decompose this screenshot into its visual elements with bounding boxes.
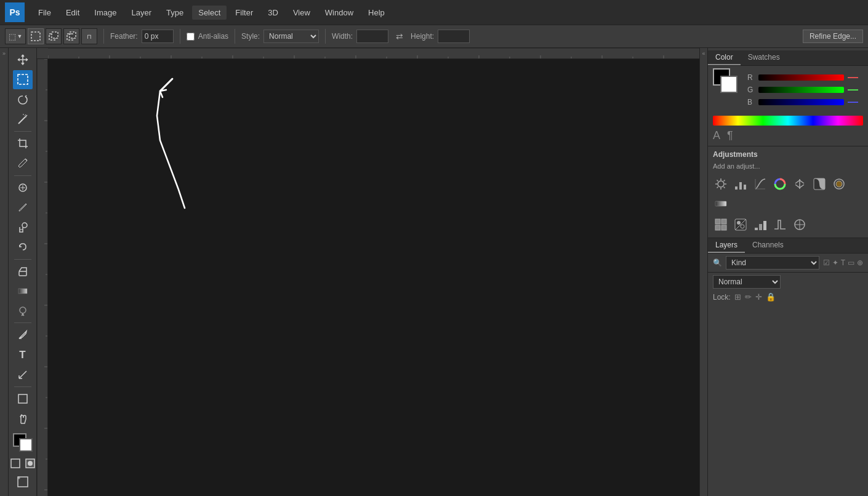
menu-select[interactable]: Select (192, 6, 227, 20)
tool-clone[interactable] (13, 218, 33, 236)
standard-mode-btn[interactable] (9, 457, 22, 470)
v-ruler (37, 59, 48, 496)
svg-rect-92 (755, 228, 758, 230)
layers-filter-row: 🔍 Kind ☑ ✦ T ▭ ⊕ (708, 254, 868, 273)
canvas-area[interactable] (37, 48, 699, 496)
color-panel: Color Swatches R — (708, 48, 868, 146)
filter-smart-btn[interactable]: ⊕ (857, 258, 863, 267)
tool-eraser[interactable] (13, 262, 33, 281)
svg-rect-76 (744, 185, 746, 190)
lock-all-btn[interactable]: 🔒 (766, 292, 776, 302)
b-slider[interactable] (758, 99, 844, 105)
tool-healing-brush[interactable] (13, 178, 33, 197)
subtract-selection-btn[interactable] (63, 28, 79, 44)
tool-crop[interactable] (13, 134, 33, 153)
fg-bg-color-box[interactable] (713, 68, 737, 93)
tool-move[interactable] (13, 50, 33, 69)
filter-shape-btn[interactable]: ▭ (848, 258, 854, 267)
tool-lasso[interactable] (13, 90, 33, 109)
adj-photo-filter[interactable] (831, 176, 847, 192)
tool-marquee[interactable] (13, 70, 33, 89)
adj-threshold[interactable] (772, 217, 788, 233)
adj-hue-sat[interactable] (772, 176, 788, 192)
color-spectrum[interactable] (713, 116, 863, 126)
svg-rect-4 (70, 32, 76, 38)
tool-path-select[interactable] (13, 366, 33, 384)
svg-line-11 (25, 114, 26, 116)
fg-bg-color-selector[interactable] (13, 433, 33, 452)
tab-swatches[interactable]: Swatches (741, 50, 787, 65)
new-selection-btn[interactable] (28, 28, 44, 44)
height-input[interactable] (438, 30, 470, 43)
right-collapse-arrow[interactable]: « (702, 50, 705, 57)
left-collapse-arrow[interactable]: » (2, 50, 6, 57)
tool-pen[interactable] (13, 326, 33, 344)
g-slider[interactable] (758, 87, 844, 93)
screen-mode-btn[interactable] (13, 473, 33, 491)
refine-edge-button[interactable]: Refine Edge... (803, 30, 863, 43)
adj-brightness[interactable] (713, 176, 729, 192)
tool-shape[interactable] (13, 390, 33, 408)
menu-window[interactable]: Window (319, 6, 360, 20)
lock-position-btn[interactable]: ✛ (755, 292, 762, 302)
r-slider[interactable] (758, 74, 844, 81)
search-icon: 🔍 (713, 258, 722, 267)
color-panel-tabs: Color Swatches (708, 50, 868, 66)
tab-layers[interactable]: Layers (708, 238, 745, 253)
adj-posterize[interactable] (752, 217, 768, 233)
filter-type-btn[interactable]: T (841, 258, 845, 267)
svg-rect-88 (721, 225, 726, 230)
adj-levels[interactable] (733, 176, 749, 192)
adj-invert[interactable] (733, 217, 749, 233)
menu-3d[interactable]: 3D (262, 6, 284, 20)
filter-adjustment-btn[interactable]: ✦ (832, 258, 838, 267)
blend-mode-select[interactable]: Normal Dissolve Multiply Screen Overlay (713, 275, 781, 289)
svg-rect-18 (19, 271, 26, 276)
menu-edit[interactable]: Edit (60, 6, 86, 20)
menu-image[interactable]: Image (88, 6, 123, 20)
svg-rect-23 (11, 459, 20, 468)
tool-hand[interactable] (13, 409, 33, 428)
menu-layer[interactable]: Layer (126, 6, 158, 20)
menu-file[interactable]: File (32, 6, 57, 20)
tab-channels[interactable]: Channels (745, 238, 791, 253)
adj-color-balance[interactable] (792, 176, 808, 192)
width-input[interactable] (356, 30, 388, 43)
anti-alias-checkbox[interactable] (187, 33, 195, 41)
style-select[interactable]: Normal Fixed Ratio Fixed Size (263, 30, 319, 43)
tool-text[interactable]: T (13, 346, 33, 364)
intersect-selection-btn[interactable]: ⊓ (81, 28, 97, 44)
tool-history-brush[interactable] (13, 238, 33, 256)
swap-dimensions-btn[interactable]: ⇄ (392, 29, 407, 44)
svg-line-7 (18, 117, 25, 124)
adj-selective-color[interactable] (713, 217, 729, 233)
tool-brush[interactable] (13, 198, 33, 217)
adj-exposure[interactable] (792, 217, 808, 233)
tool-magic-wand[interactable] (13, 110, 33, 129)
lock-transparent-btn[interactable]: ⊞ (734, 292, 741, 302)
adjustment-icons-row (708, 174, 868, 214)
svg-point-16 (22, 223, 27, 228)
menu-type[interactable]: Type (160, 6, 190, 20)
layers-lock-row: Lock: ⊞ ✏ ✛ 🔒 (708, 291, 868, 303)
add-selection-btn[interactable] (46, 28, 62, 44)
filter-pixel-btn[interactable]: ☑ (823, 258, 830, 267)
tool-eyedropper[interactable] (13, 154, 33, 172)
tool-gradient[interactable] (13, 282, 33, 300)
adj-curves[interactable] (752, 176, 768, 192)
menu-view[interactable]: View (287, 6, 316, 20)
lock-image-btn[interactable]: ✏ (745, 292, 752, 302)
quick-mask-btn[interactable] (23, 457, 37, 470)
feather-input[interactable] (142, 30, 174, 43)
adj-black-white[interactable] (811, 176, 827, 192)
width-label: Width: (332, 32, 353, 41)
tab-color[interactable]: Color (708, 50, 741, 65)
adj-gradient-map[interactable] (713, 196, 729, 212)
svg-rect-86 (721, 219, 726, 224)
g-label: G (747, 86, 755, 94)
menu-filter[interactable]: Filter (229, 6, 259, 20)
tool-blur[interactable] (13, 302, 33, 320)
layers-kind-select[interactable]: Kind (726, 256, 819, 270)
select-dropdown-btn[interactable]: ⬚▼ (5, 28, 26, 44)
menu-help[interactable]: Help (362, 6, 391, 20)
